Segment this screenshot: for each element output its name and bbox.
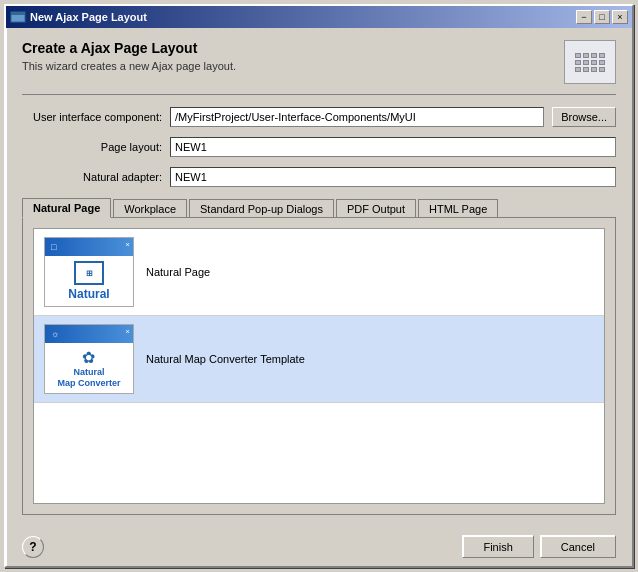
- title-bar-left: New Ajax Page Layout: [10, 9, 147, 25]
- icon-cell: [583, 53, 589, 58]
- natural-map-logo: ✿ Natural Map Converter: [57, 348, 120, 389]
- ui-component-label: User interface component:: [22, 111, 162, 123]
- finish-button[interactable]: Finish: [462, 535, 533, 558]
- tab-natural-page[interactable]: Natural Page: [22, 198, 111, 218]
- tab-pdf-output[interactable]: PDF Output: [336, 199, 416, 218]
- template-name-mapconverter: Natural Map Converter Template: [146, 353, 305, 365]
- wizard-title: Create a Ajax Page Layout: [22, 40, 236, 56]
- icon-cell: [591, 60, 597, 65]
- thumb-header-text: □: [51, 242, 56, 252]
- icon-cell: [575, 60, 581, 65]
- thumb-body-mapconverter: ✿ Natural Map Converter: [45, 343, 133, 393]
- footer-action-buttons: Finish Cancel: [462, 535, 616, 558]
- template-thumbnail-natural: □ × ⊞ Natural: [44, 237, 134, 307]
- template-thumbnail-mapconverter: ☼ × ✿ Natural Map Converter: [44, 324, 134, 394]
- thumb-body-natural: ⊞ Natural: [45, 256, 133, 306]
- icon-cell: [591, 67, 597, 72]
- thumb-header-icon-map: ☼: [51, 329, 59, 339]
- wizard-icon: [564, 40, 616, 84]
- icon-cell: [599, 53, 605, 58]
- tabs-header: Natural Page Workplace Standard Pop-up D…: [22, 197, 616, 217]
- icon-cell: [591, 53, 597, 58]
- map-converter-natural: Natural: [73, 367, 104, 377]
- wizard-header: Create a Ajax Page Layout This wizard cr…: [22, 40, 616, 84]
- map-converter-text: Natural Map Converter: [57, 367, 120, 389]
- thumb-close-icon-map: ×: [125, 327, 130, 336]
- natural-logo-text: Natural: [68, 287, 109, 301]
- wizard-header-text: Create a Ajax Page Layout This wizard cr…: [22, 40, 236, 72]
- help-button[interactable]: ?: [22, 536, 44, 558]
- natural-logo-box: ⊞: [74, 261, 104, 285]
- map-converter-icon: ✿: [82, 348, 95, 367]
- icon-cell: [583, 60, 589, 65]
- ui-component-row: User interface component: Browse...: [22, 107, 616, 127]
- thumb-header: □ ×: [45, 238, 133, 256]
- wizard-icon-grid: [575, 53, 605, 72]
- page-layout-row: Page layout:: [22, 137, 616, 157]
- tab-panel: □ × ⊞ Natural Natural Page: [22, 217, 616, 515]
- icon-cell: [575, 67, 581, 72]
- page-layout-label: Page layout:: [22, 141, 162, 153]
- thumb-header-map: ☼ ×: [45, 325, 133, 343]
- title-bar-buttons: − □ ×: [576, 10, 628, 24]
- tab-html-page[interactable]: HTML Page: [418, 199, 498, 218]
- browse-button[interactable]: Browse...: [552, 107, 616, 127]
- tab-standard-popups[interactable]: Standard Pop-up Dialogs: [189, 199, 334, 218]
- tab-workplace[interactable]: Workplace: [113, 199, 187, 218]
- ui-component-input[interactable]: [170, 107, 544, 127]
- main-window: New Ajax Page Layout − □ × Create a Ajax…: [4, 4, 634, 568]
- natural-adapter-label: Natural adapter:: [22, 171, 162, 183]
- minimize-button[interactable]: −: [576, 10, 592, 24]
- title-bar: New Ajax Page Layout − □ ×: [6, 6, 632, 28]
- template-name-natural: Natural Page: [146, 266, 210, 278]
- icon-cell: [575, 53, 581, 58]
- dialog-content: Create a Ajax Page Layout This wizard cr…: [6, 28, 632, 527]
- window-title: New Ajax Page Layout: [30, 11, 147, 23]
- template-list: □ × ⊞ Natural Natural Page: [33, 228, 605, 504]
- natural-adapter-input[interactable]: [170, 167, 616, 187]
- tabs-container: Natural Page Workplace Standard Pop-up D…: [22, 197, 616, 515]
- svg-rect-1: [11, 12, 25, 15]
- dialog-footer: ? Finish Cancel: [6, 527, 632, 566]
- cancel-button[interactable]: Cancel: [540, 535, 616, 558]
- template-item-natural-page[interactable]: □ × ⊞ Natural Natural Page: [34, 229, 604, 316]
- icon-cell: [599, 60, 605, 65]
- template-item-map-converter[interactable]: ☼ × ✿ Natural Map Converter: [34, 316, 604, 403]
- natural-adapter-row: Natural adapter:: [22, 167, 616, 187]
- close-button[interactable]: ×: [612, 10, 628, 24]
- maximize-button[interactable]: □: [594, 10, 610, 24]
- wizard-subtitle: This wizard creates a new Ajax page layo…: [22, 60, 236, 72]
- thumb-close-icon: ×: [125, 240, 130, 249]
- natural-logo: ⊞ Natural: [68, 261, 109, 301]
- page-layout-input[interactable]: [170, 137, 616, 157]
- window-icon: [10, 9, 26, 25]
- icon-cell: [583, 67, 589, 72]
- separator: [22, 94, 616, 95]
- icon-cell: [599, 67, 605, 72]
- map-converter-subtitle: Map Converter: [57, 378, 120, 388]
